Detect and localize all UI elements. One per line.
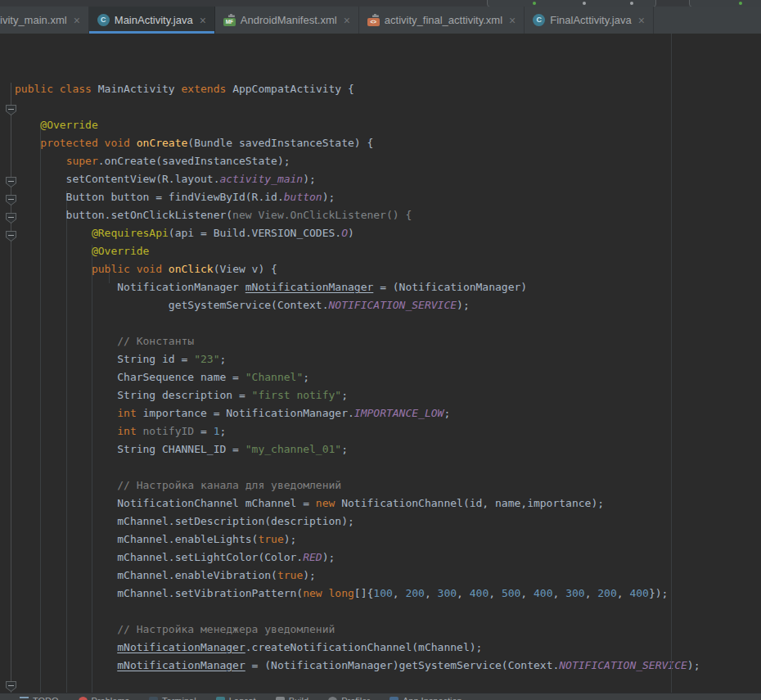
code-line[interactable]: CharSequence name = "Channel";: [15, 368, 761, 386]
code-line[interactable]: // Настройка менеджера уведомлений: [15, 621, 761, 639]
statusbar-item-app-inspection[interactable]: App Inspection: [390, 693, 462, 700]
code-line[interactable]: @Override: [15, 242, 761, 260]
code-line[interactable]: String id = "23";: [15, 350, 761, 368]
manifest-file-icon: MF: [223, 14, 236, 26]
statusbar-item-todo[interactable]: TODO: [20, 693, 59, 700]
tab-ivity-main-xml[interactable]: ivity_main.xml×: [0, 7, 89, 34]
right-margin-guide: [671, 34, 672, 693]
tab-mainactivity-java[interactable]: CMainActivity.java×: [89, 7, 215, 34]
code-line[interactable]: mChannel.enableVibration(true);: [15, 567, 761, 585]
fold-range-line: [11, 83, 11, 700]
code-line[interactable]: String description = "first notify";: [15, 386, 761, 404]
code-line[interactable]: // Константы: [15, 332, 761, 350]
ide-window: ivity_main.xml×CMainActivity.java×MFAndr…: [0, 0, 761, 700]
code-line[interactable]: [15, 458, 761, 476]
code-area[interactable]: public class MainActivity extends AppCom…: [15, 80, 761, 700]
code-line[interactable]: button.setOnClickListener(new View.OnCli…: [15, 206, 761, 224]
code-line[interactable]: mChannel.setDescription(description);: [15, 513, 761, 531]
code-line[interactable]: mNotificationManager = (NotificationMana…: [15, 657, 761, 675]
code-line[interactable]: String CHANNEL_ID = "my_channel_01";: [15, 440, 761, 458]
code-line[interactable]: mChannel.setLightColor(Color.RED);: [15, 549, 761, 567]
code-line[interactable]: [15, 314, 761, 332]
status-bar: TODOProblemsTerminalLogcatBuildProfilerA…: [0, 693, 761, 700]
statusbar-item-problems[interactable]: Problems: [79, 693, 129, 700]
device-status-dot-icon: [739, 2, 742, 5]
tab-label: ivity_main.xml: [0, 14, 67, 26]
todo-icon: [20, 697, 29, 700]
code-line[interactable]: public void onClick(View v) {: [15, 260, 761, 278]
problems-icon: [79, 697, 88, 700]
statusbar-item-label: TODO: [33, 695, 59, 700]
profiler-icon: [328, 697, 337, 700]
code-line[interactable]: @Override: [15, 116, 761, 134]
tab-label: MainActivity.java: [115, 14, 193, 26]
code-line[interactable]: int importance = NotificationManager.IMP…: [15, 404, 761, 422]
statusbar-item-label: Terminal: [162, 695, 196, 700]
close-icon[interactable]: ×: [344, 15, 350, 26]
code-line[interactable]: mChannel.enableLights(true);: [15, 531, 761, 549]
code-line[interactable]: // Настройка канала для уведомлений: [15, 476, 761, 495]
terminal-icon: [149, 697, 158, 700]
statusbar-item-label: Problems: [92, 695, 129, 700]
statusbar-item-label: App Inspection: [403, 695, 462, 700]
build-icon: [276, 697, 285, 700]
java-class-icon: C: [97, 14, 110, 26]
code-line[interactable]: Button button = findViewById(R.id.button…: [15, 188, 761, 206]
code-line[interactable]: [15, 98, 761, 116]
statusbar-item-label: Profiler: [341, 695, 370, 700]
code-line[interactable]: getSystemService(Context.NOTIFICATION_SE…: [15, 296, 761, 314]
close-icon[interactable]: ×: [638, 15, 645, 26]
statusbar-item-profiler[interactable]: Profiler: [328, 693, 370, 700]
tab-finalacttivity-java[interactable]: CFinalActtivity.java×: [525, 7, 654, 34]
code-line[interactable]: @RequiresApi(api = Build.VERSION_CODES.O…: [15, 224, 761, 242]
code-line[interactable]: mChannel.setVibrationPattern(new long[]{…: [15, 585, 761, 603]
editor-tab-bar: ivity_main.xml×CMainActivity.java×MFAndr…: [0, 7, 761, 34]
app-inspection-icon: [390, 697, 399, 700]
main-toolbar-strip: [0, 0, 761, 7]
run-status-dot-icon: [533, 2, 536, 5]
layout-file-icon: <>: [367, 14, 380, 26]
statusbar-item-logcat[interactable]: Logcat: [216, 693, 256, 700]
close-icon[interactable]: ×: [74, 15, 80, 26]
tab-label: FinalActtivity.java: [550, 14, 631, 26]
code-line[interactable]: NotificationChannel mChannel = new Notif…: [15, 495, 761, 513]
code-line[interactable]: [15, 603, 761, 621]
statusbar-item-terminal[interactable]: Terminal: [149, 693, 196, 700]
code-line[interactable]: public class MainActivity extends AppCom…: [15, 80, 761, 98]
code-line[interactable]: protected void onCreate(Bundle savedInst…: [15, 134, 761, 152]
code-line[interactable]: super.onCreate(savedInstanceState);: [15, 152, 761, 170]
code-line[interactable]: mNotificationManager.createNotificationC…: [15, 639, 761, 657]
close-icon[interactable]: ×: [200, 15, 206, 26]
tab-label: activity_final_acttivity.xml: [385, 14, 502, 26]
code-editor[interactable]: public class MainActivity extends AppCom…: [0, 34, 761, 693]
logcat-icon: [216, 697, 225, 700]
statusbar-item-build[interactable]: Build: [276, 693, 308, 700]
code-line[interactable]: int notifyID = 1;: [15, 422, 761, 440]
widget-dot-icon: [583, 2, 586, 5]
code-line[interactable]: NotificationManager mNotificationManager…: [15, 278, 761, 296]
close-icon[interactable]: ×: [509, 15, 516, 26]
statusbar-item-label: Build: [289, 695, 308, 700]
statusbar-item-label: Logcat: [229, 695, 256, 700]
tab-activity-final-acttivity-xml[interactable]: <>activity_final_acttivity.xml×: [359, 7, 525, 34]
code-line[interactable]: setContentView(R.layout.activity_main);: [15, 170, 761, 188]
code-line[interactable]: [15, 675, 761, 693]
tab-androidmanifest-xml[interactable]: MFAndroidManifest.xml×: [215, 7, 359, 34]
widget-dot-icon: [630, 2, 633, 5]
java-class-icon: C: [533, 14, 545, 26]
tab-label: AndroidManifest.xml: [241, 14, 337, 26]
